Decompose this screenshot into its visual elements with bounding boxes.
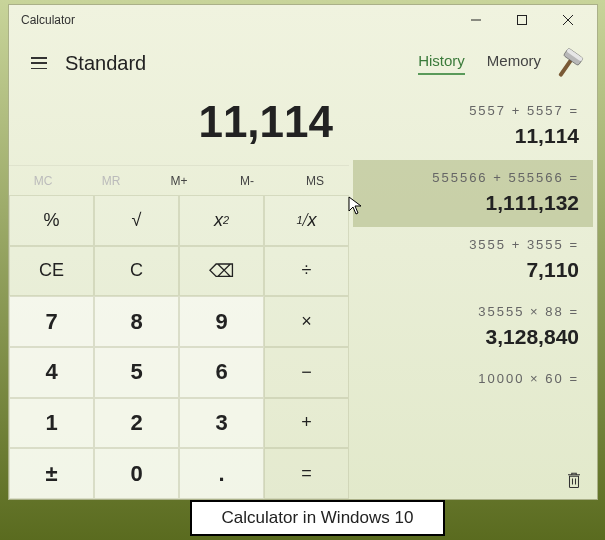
- key-3[interactable]: 3: [179, 398, 264, 449]
- maximize-icon: [517, 15, 527, 25]
- panel-tabs: History Memory: [418, 52, 541, 75]
- key-7[interactable]: 7: [9, 296, 94, 347]
- key-0[interactable]: 0: [94, 448, 179, 499]
- history-panel: 5557 + 5557 =11,114555566 + 555566 =1,11…: [349, 87, 597, 499]
- key-4[interactable]: 4: [9, 347, 94, 398]
- history-expression: 10000 × 60 =: [363, 371, 579, 386]
- key-equals[interactable]: =: [264, 448, 349, 499]
- window-title: Calculator: [21, 13, 453, 27]
- svg-rect-1: [518, 16, 527, 25]
- history-item[interactable]: 5557 + 5557 =11,114: [353, 93, 593, 160]
- header: Standard History Memory: [9, 35, 597, 87]
- maximize-button[interactable]: [499, 5, 545, 35]
- tab-history[interactable]: History: [418, 52, 465, 75]
- key-clear[interactable]: C: [94, 246, 179, 297]
- close-icon: [563, 15, 573, 25]
- history-result: 1,111,132: [363, 191, 579, 215]
- key-multiply[interactable]: ×: [264, 296, 349, 347]
- history-expression: 5557 + 5557 =: [363, 103, 579, 118]
- tab-memory[interactable]: Memory: [487, 52, 541, 75]
- titlebar: Calculator: [9, 5, 597, 35]
- key-6[interactable]: 6: [179, 347, 264, 398]
- key-8[interactable]: 8: [94, 296, 179, 347]
- history-expression: 3555 + 3555 =: [363, 237, 579, 252]
- window-controls: [453, 5, 591, 35]
- calculator-panel: 11,114 MC MR M+ M- MS % √ x2 1/x CE C ⌫ …: [9, 87, 349, 499]
- main-body: 11,114 MC MR M+ M- MS % √ x2 1/x CE C ⌫ …: [9, 87, 597, 499]
- history-item[interactable]: 35555 × 88 =3,128,840: [353, 294, 593, 361]
- trash-icon: [565, 471, 583, 489]
- memory-clear[interactable]: MC: [9, 166, 77, 195]
- history-item[interactable]: 3555 + 3555 =7,110: [353, 227, 593, 294]
- close-button[interactable]: [545, 5, 591, 35]
- history-expression: 555566 + 555566 =: [363, 170, 579, 185]
- key-sqrt[interactable]: √: [94, 195, 179, 246]
- menu-button[interactable]: [19, 43, 59, 83]
- key-decimal[interactable]: .: [179, 448, 264, 499]
- keypad: % √ x2 1/x CE C ⌫ ÷ 7 8 9 × 4 5 6 − 1 2 …: [9, 195, 349, 499]
- hamburger-icon: [31, 57, 47, 69]
- history-footer: [353, 465, 593, 499]
- memory-recall[interactable]: MR: [77, 166, 145, 195]
- calculator-window: Calculator Standard History Memory: [8, 4, 598, 500]
- history-result: 3,128,840: [363, 325, 579, 349]
- key-reciprocal[interactable]: 1/x: [264, 195, 349, 246]
- result-display: 11,114: [9, 87, 349, 165]
- history-result: 7,110: [363, 258, 579, 282]
- history-list: 5557 + 5557 =11,114555566 + 555566 =1,11…: [353, 93, 593, 465]
- minimize-button[interactable]: [453, 5, 499, 35]
- history-item[interactable]: 555566 + 555566 =1,111,132: [353, 160, 593, 227]
- key-negate[interactable]: ±: [9, 448, 94, 499]
- memory-row: MC MR M+ M- MS: [9, 165, 349, 195]
- minimize-icon: [471, 15, 481, 25]
- key-percent[interactable]: %: [9, 195, 94, 246]
- key-2[interactable]: 2: [94, 398, 179, 449]
- memory-store[interactable]: MS: [281, 166, 349, 195]
- hammer-icon: [551, 45, 587, 81]
- key-square[interactable]: x2: [179, 195, 264, 246]
- key-divide[interactable]: ÷: [264, 246, 349, 297]
- key-subtract[interactable]: −: [264, 347, 349, 398]
- memory-minus[interactable]: M-: [213, 166, 281, 195]
- key-5[interactable]: 5: [94, 347, 179, 398]
- key-9[interactable]: 9: [179, 296, 264, 347]
- memory-plus[interactable]: M+: [145, 166, 213, 195]
- key-add[interactable]: +: [264, 398, 349, 449]
- svg-rect-4: [558, 59, 573, 78]
- history-result: 11,114: [363, 124, 579, 148]
- key-backspace[interactable]: ⌫: [179, 246, 264, 297]
- history-expression: 35555 × 88 =: [363, 304, 579, 319]
- delete-history-button[interactable]: [565, 471, 583, 493]
- key-clear-entry[interactable]: CE: [9, 246, 94, 297]
- key-1[interactable]: 1: [9, 398, 94, 449]
- history-item[interactable]: 10000 × 60 =: [353, 361, 593, 404]
- caption: Calculator in Windows 10: [190, 500, 445, 536]
- calculator-mode: Standard: [65, 52, 146, 75]
